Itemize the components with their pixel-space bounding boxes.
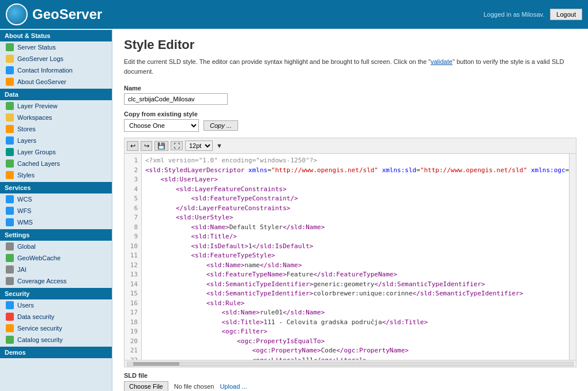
- code-line-20: <ogc:PropertyIsEqualTo>: [145, 337, 566, 347]
- copy-label: Copy from existing style: [124, 111, 576, 117]
- sidebar-section-settings: Settings: [0, 229, 112, 241]
- code-line-4: <sld:LayerFeatureConstraints>: [145, 185, 566, 195]
- sidebar-label-geowebcache: GeoWebCache: [17, 255, 61, 261]
- layer-preview-icon: [6, 102, 14, 110]
- line-number-20: 20: [128, 337, 138, 347]
- save-button[interactable]: 💾: [154, 141, 168, 151]
- line-number-15: 15: [128, 289, 138, 299]
- copy-select[interactable]: Choose One: [124, 119, 199, 132]
- header-right: Logged in as Milosav. Logout: [484, 9, 582, 20]
- font-size-dropdown[interactable]: ▼: [216, 142, 223, 149]
- line-numbers: 1234567891011121314151617181920212223242…: [125, 154, 142, 360]
- code-line-8: <sld:Name>Default Styler</sld:Name>: [145, 223, 566, 233]
- logout-button[interactable]: Logout: [550, 9, 582, 20]
- sidebar-item-wfs[interactable]: WFS: [0, 205, 112, 217]
- sidebar-item-about-geoserver[interactable]: About GeoServer: [0, 76, 112, 88]
- styles-icon: [6, 171, 14, 179]
- sidebar-item-wcs[interactable]: WCS: [0, 193, 112, 205]
- code-line-19: <ogc:Filter>: [145, 327, 566, 337]
- line-number-18: 18: [128, 318, 138, 328]
- sidebar-item-layer-preview[interactable]: Layer Preview: [0, 100, 112, 112]
- sidebar-item-jai[interactable]: JAI: [0, 264, 112, 275]
- code-line-2: <sld:StyledLayerDescriptor xmlns="http:/…: [145, 166, 566, 176]
- copy-section: Copy from existing style Choose One Copy…: [124, 111, 576, 132]
- line-number-19: 19: [128, 327, 138, 337]
- line-number-3: 3: [128, 175, 138, 185]
- sidebar-label-layer-preview: Layer Preview: [17, 103, 58, 109]
- sidebar-section-about-and-status: About & Status: [0, 30, 112, 41]
- line-number-2: 2: [128, 166, 138, 176]
- sld-section: SLD file Choose File No file chosen Uplo…: [124, 372, 576, 391]
- service-security-icon: [6, 324, 14, 332]
- editor-scrollbar[interactable]: [569, 154, 576, 360]
- code-line-9: <sld:Title/>: [145, 232, 566, 242]
- sidebar-item-layer-groups[interactable]: Layer Groups: [0, 146, 112, 158]
- horizontal-scrollbar[interactable]: [124, 360, 576, 367]
- sidebar-item-styles[interactable]: Styles: [0, 169, 112, 181]
- sidebar-item-wms[interactable]: WMS: [0, 217, 112, 228]
- sidebar-item-service-security[interactable]: Service security: [0, 322, 112, 334]
- code-line-17: <sld:Name>rule01</sld:Name>: [145, 308, 566, 318]
- code-content[interactable]: <?xml version="1.0" encoding="windows-12…: [142, 154, 569, 360]
- sld-label: SLD file: [124, 372, 576, 379]
- sidebar-item-data-security[interactable]: Data security: [0, 311, 112, 322]
- validate-link[interactable]: validate: [431, 58, 453, 65]
- sidebar-label-data-security: Data security: [17, 313, 54, 320]
- fullscreen-button[interactable]: ⛶: [171, 141, 183, 150]
- sidebar-item-catalog-security[interactable]: Catalog security: [0, 334, 112, 346]
- choose-file-button[interactable]: Choose File: [124, 381, 168, 391]
- sidebar-label-wms: WMS: [17, 219, 33, 226]
- no-file-text: No file chosen: [174, 383, 214, 390]
- copy-button[interactable]: Copy ...: [203, 120, 238, 131]
- code-editor[interactable]: 1234567891011121314151617181920212223242…: [124, 153, 576, 360]
- upload-link[interactable]: Upload ...: [220, 383, 247, 390]
- sidebar-item-server-status[interactable]: Server Status: [0, 41, 112, 53]
- sidebar-item-global[interactable]: Global: [0, 241, 112, 252]
- code-line-7: <sld:UserStyle>: [145, 213, 566, 223]
- hscroll-track[interactable]: [127, 362, 574, 366]
- line-number-13: 13: [128, 270, 138, 280]
- sidebar-label-wcs: WCS: [17, 196, 32, 203]
- line-number-14: 14: [128, 280, 138, 290]
- sidebar-item-stores[interactable]: Stores: [0, 123, 112, 135]
- sidebar-item-contact-information[interactable]: Contact Information: [0, 64, 112, 76]
- sidebar-item-geowebcache[interactable]: GeoWebCache: [0, 252, 112, 264]
- line-number-8: 8: [128, 223, 138, 233]
- sidebar-label-jai: JAI: [17, 266, 27, 273]
- sidebar-section-demos: Demos: [0, 347, 112, 358]
- redo-button[interactable]: ↪: [141, 141, 152, 151]
- sidebar-item-geoserver-logs[interactable]: GeoServer Logs: [0, 53, 112, 64]
- stores-icon: [6, 125, 14, 133]
- layers-icon: [6, 136, 14, 145]
- name-label: Name: [124, 85, 576, 92]
- code-line-6: </sld:LayerFeatureConstraints>: [145, 204, 566, 214]
- layout: About & StatusServer StatusGeoServer Log…: [0, 29, 588, 391]
- sidebar-label-layer-groups: Layer Groups: [17, 149, 56, 155]
- hscroll-thumb[interactable]: [133, 362, 179, 366]
- code-line-16: <sld:Rule>: [145, 299, 566, 309]
- sidebar-label-server-status: Server Status: [17, 44, 56, 51]
- geoserver-logs-icon: [6, 55, 14, 63]
- name-input[interactable]: [124, 93, 228, 105]
- font-size-select[interactable]: 12pt: [185, 141, 213, 151]
- sidebar-label-global: Global: [17, 243, 36, 250]
- sidebar-item-users[interactable]: Users: [0, 299, 112, 311]
- catalog-security-icon: [6, 336, 14, 344]
- logged-in-text: Logged in as Milosav.: [484, 11, 545, 18]
- server-status-icon: [6, 43, 14, 51]
- sidebar-item-layers[interactable]: Layers: [0, 135, 112, 146]
- sidebar-item-coverage-access[interactable]: Coverage Access: [0, 275, 112, 287]
- line-number-11: 11: [128, 251, 138, 261]
- logo: GeoServer: [6, 3, 102, 25]
- sidebar-item-workspaces[interactable]: Workspaces: [0, 112, 112, 123]
- line-number-12: 12: [128, 261, 138, 271]
- sidebar-label-coverage-access: Coverage Access: [17, 278, 67, 284]
- geowebcache-icon: [6, 254, 14, 262]
- undo-button[interactable]: ↩: [127, 141, 138, 151]
- page-description: Edit the current SLD style. The editor c…: [124, 57, 576, 76]
- code-line-5: <sld:FeatureTypeConstraint/>: [145, 194, 566, 204]
- sidebar-item-cached-layers[interactable]: Cached Layers: [0, 158, 112, 169]
- cached-layers-icon: [6, 160, 14, 168]
- sidebar-label-users: Users: [17, 302, 34, 309]
- global-icon: [6, 242, 14, 250]
